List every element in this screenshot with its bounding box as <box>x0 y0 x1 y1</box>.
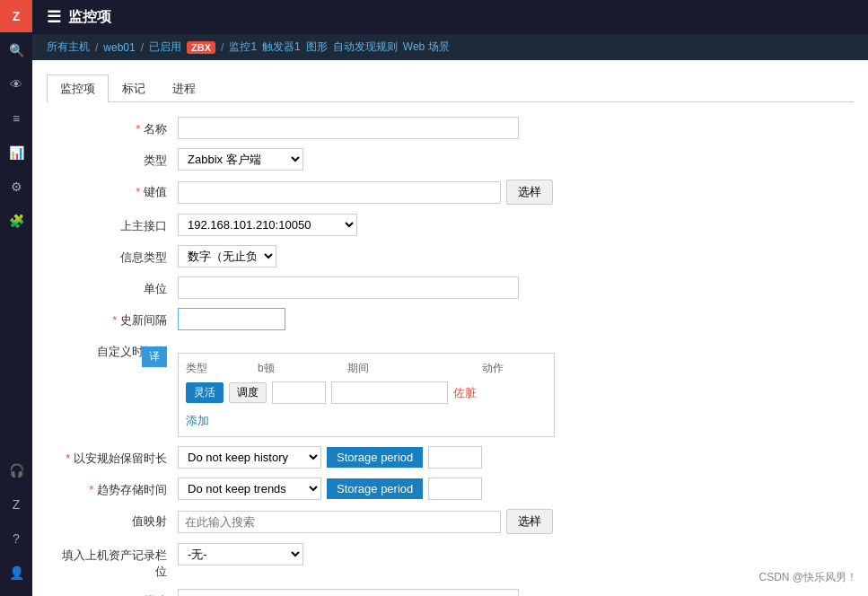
asset-label: 填入上机资产记录栏位 <box>61 543 178 580</box>
description-row: 描述 <box>61 589 839 596</box>
interval-row: 灵活 调度 50s 1-7,00:00-24:00 佐脏 <box>186 381 547 404</box>
period-input[interactable]: 1-7,00:00-24:00 <box>331 381 448 404</box>
host-interface-label: 上主接口 <box>61 214 178 234</box>
menu-icon[interactable]: ≡ <box>0 102 32 135</box>
trends-keep-select[interactable]: Do not keep trends <box>178 478 321 500</box>
scheduling-button[interactable]: 调度 <box>229 382 267 403</box>
tab-monitor[interactable]: 监控项 <box>47 74 109 102</box>
breadcrumb-monitor1[interactable]: 监控1 <box>229 39 257 55</box>
add-interval-link[interactable]: 添加 <box>186 413 209 429</box>
info-type-row: 信息类型 数字（无止负） <box>61 245 839 267</box>
trends-storage-button[interactable]: Storage period <box>327 478 423 499</box>
trends-label: 趋势存储时间 <box>61 478 178 498</box>
history-control: Do not keep history Storage period 90d <box>178 446 609 469</box>
key-input[interactable]: mysql.delay <box>178 181 501 204</box>
unit-input[interactable] <box>178 276 519 299</box>
custom-intervals-table: 类型 b顿 期间 动作 灵活 调度 50s 1-7,00:00-24:00 佐脏 <box>178 353 555 437</box>
type-row: 类型 Zabbix 客户端 <box>61 148 839 171</box>
breadcrumb-all-hosts[interactable]: 所有主机 <box>47 39 90 55</box>
z-icon[interactable]: Z <box>0 488 32 521</box>
monitor-icon: ☰ <box>47 7 61 27</box>
key-select-button[interactable]: 选样 <box>506 180 553 205</box>
breadcrumb-trigger1[interactable]: 触发器1 <box>262 39 301 55</box>
watermark: CSDN @快乐风男！ <box>758 570 857 585</box>
unit-label: 单位 <box>61 276 178 297</box>
breadcrumb-graph[interactable]: 图形 <box>306 39 328 55</box>
delete-interval-button[interactable]: 佐脏 <box>453 385 477 401</box>
headset-icon[interactable]: 🎧 <box>0 454 32 486</box>
history-keep-select[interactable]: Do not keep history <box>178 446 321 469</box>
puzzle-icon[interactable]: 🧩 <box>0 205 32 237</box>
value-map-label: 值映射 <box>61 509 178 530</box>
key-label: 键值 <box>61 180 178 200</box>
eye-icon[interactable]: 👁 <box>0 68 32 101</box>
flexible-button[interactable]: 灵活 <box>186 382 224 403</box>
value-map-control: 选样 <box>178 509 555 534</box>
zbx-badge: ZBX <box>187 41 215 54</box>
chart-icon[interactable]: 📊 <box>0 136 32 169</box>
breadcrumb-web[interactable]: Web 场景 <box>403 39 450 55</box>
icon-bar: Z 🔍 👁 ≡ 📊 ⚙ 🧩 🎧 Z ? 👤 <box>0 0 32 596</box>
col-interval: b顿 <box>258 361 347 376</box>
update-interval-input[interactable]: 30s <box>178 308 285 330</box>
type-control: Zabbix 客户端 <box>178 148 555 171</box>
breadcrumb-web01[interactable]: web01 <box>103 41 135 54</box>
value-map-row: 值映射 选样 <box>61 509 839 534</box>
name-row: 名称 check delay <box>61 117 839 139</box>
key-row: 键值 mysql.delay 选样 <box>61 180 839 205</box>
search-icon[interactable]: 🔍 <box>0 34 32 66</box>
description-label: 描述 <box>61 589 178 596</box>
top-header: ☰ 监控项 <box>32 0 868 34</box>
form-section: 名称 check delay 类型 Zabbix 客户端 键值 mysql.de… <box>32 117 868 596</box>
unit-control <box>178 276 555 299</box>
info-type-label: 信息类型 <box>61 245 178 266</box>
update-interval-label: 史新间隔 <box>61 308 178 329</box>
history-label: 以安规始保留时长 <box>61 446 178 467</box>
name-input[interactable]: check delay <box>178 117 519 139</box>
asset-select[interactable]: -无- <box>178 543 303 565</box>
col-type: 类型 <box>186 361 258 376</box>
type-select[interactable]: Zabbix 客户端 <box>178 148 303 171</box>
main-content: ☰ 监控项 所有主机 / web01 / 已启用 ZBX / 监控1 触发器1 … <box>32 0 868 596</box>
settings-icon[interactable]: ⚙ <box>0 171 32 203</box>
trends-value-input[interactable]: 365d <box>428 478 482 500</box>
interval-input[interactable]: 50s <box>272 381 326 404</box>
value-map-select-button[interactable]: 选样 <box>506 509 553 534</box>
unit-row: 单位 <box>61 276 839 299</box>
history-row: 以安规始保留时长 Do not keep history Storage per… <box>61 446 839 469</box>
update-interval-row: 史新间隔 30s <box>61 308 839 330</box>
question-icon[interactable]: ? <box>0 522 32 555</box>
history-value-input[interactable]: 90d <box>428 446 482 469</box>
col-period: 期间 <box>347 361 482 376</box>
tab-process[interactable]: 进程 <box>159 74 209 102</box>
custom-intervals-control: 译 类型 b顿 期间 动作 灵活 调度 <box>178 339 555 437</box>
breadcrumb-enabled[interactable]: 已启用 <box>149 39 181 55</box>
page-title: 监控项 <box>68 8 111 27</box>
key-control: mysql.delay 选样 <box>178 180 555 205</box>
breadcrumb-bar: 所有主机 / web01 / 已启用 ZBX / 监控1 触发器1 图形 自动发… <box>32 34 868 60</box>
breadcrumb-auto-discovery[interactable]: 自动发现规则 <box>333 39 398 55</box>
update-interval-control: 30s <box>178 308 555 330</box>
host-interface-select[interactable]: 192.168.101.210:10050 <box>178 214 357 236</box>
asset-control: -无- <box>178 543 555 565</box>
col-action: 动作 <box>482 361 547 376</box>
host-interface-control: 192.168.101.210:10050 <box>178 214 555 236</box>
info-type-control: 数字（无止负） <box>178 245 555 267</box>
value-map-input[interactable] <box>178 511 501 533</box>
description-textarea[interactable] <box>178 589 519 596</box>
interval-header: 类型 b顿 期间 动作 <box>186 361 547 376</box>
type-label: 类型 <box>61 148 178 169</box>
info-type-select[interactable]: 数字（无止负） <box>178 245 276 267</box>
asset-row: 填入上机资产记录栏位 -无- <box>61 543 839 580</box>
description-control <box>178 589 555 596</box>
history-storage-button[interactable]: Storage period <box>327 447 423 468</box>
custom-intervals-row: 自定义时间顺 译 类型 b顿 期间 动作 <box>61 339 839 437</box>
tab-tags[interactable]: 标记 <box>109 74 159 102</box>
tag-button[interactable]: 译 <box>142 346 167 367</box>
trends-control: Do not keep trends Storage period 365d <box>178 478 609 500</box>
logo: Z <box>0 0 32 32</box>
user-icon[interactable]: 👤 <box>0 557 32 589</box>
trends-row: 趋势存储时间 Do not keep trends Storage period… <box>61 478 839 500</box>
content-area: 监控项 标记 进程 名称 check delay 类型 Zabbix 客户端 <box>32 60 868 596</box>
host-interface-row: 上主接口 192.168.101.210:10050 <box>61 214 839 236</box>
